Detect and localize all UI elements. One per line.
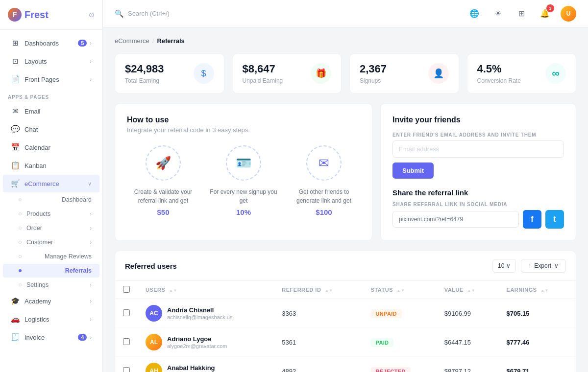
step-3: ✉ Get other friends to generate link and… — [288, 145, 360, 216]
gift-icon: 🎁 — [311, 63, 331, 84]
row-checkbox[interactable] — [123, 338, 130, 345]
breadcrumb-current: Referrals — [157, 37, 184, 45]
step-value: $50 — [157, 208, 169, 216]
subnav-dashboard[interactable]: Dashboard — [3, 193, 99, 207]
referred-id: 4892 — [274, 357, 363, 372]
status-badge: UNPAID — [371, 309, 402, 318]
chevron-right-icon: › — [90, 40, 92, 46]
subnav-referrals[interactable]: Referrals — [3, 264, 99, 278]
search-box[interactable]: 🔍 Search (Ctrl+/) — [115, 9, 170, 18]
sidebar-item-chat[interactable]: 💬 Chat — [3, 120, 99, 138]
email-input[interactable] — [392, 140, 564, 158]
theme-icon[interactable]: ☀ — [490, 6, 506, 22]
apps-icon[interactable]: ⊞ — [514, 6, 529, 22]
email-icon: ✉ — [11, 107, 20, 116]
facebook-button[interactable]: f — [523, 210, 541, 229]
step-icon-wrap: 🚀 — [146, 145, 181, 181]
select-all-checkbox[interactable] — [123, 286, 130, 293]
how-to-subtitle: Integrate your referral code in 3 easy s… — [127, 126, 360, 134]
stat-conversion-rate: 4.5% Conversion Rate ∞ — [467, 53, 577, 93]
row-checkbox[interactable] — [123, 367, 130, 372]
twitter-button[interactable]: t — [545, 210, 564, 229]
topbar: 🔍 Search (Ctrl+/) 🌐 ☀ ⊞ 🔔 3 U — [103, 0, 588, 27]
chevron-right-icon: › — [90, 316, 92, 322]
logo-icon: F — [8, 8, 22, 22]
user-email: alygoe2m@gravatar.com — [167, 343, 227, 349]
breadcrumb-separator: / — [152, 37, 154, 45]
middle-row: How to use Integrate your referral code … — [115, 103, 576, 241]
subnav-settings[interactable]: Settings › — [3, 278, 99, 292]
subnav-order[interactable]: Order › — [3, 221, 99, 235]
sidebar-item-academy[interactable]: 🎓 Academy › — [3, 292, 99, 310]
sidebar-item-layouts[interactable]: ⊡ Layouts › — [3, 52, 99, 70]
step-desc: Create & validate your referral link and… — [127, 187, 199, 205]
stat-label: Signups — [360, 77, 387, 84]
user-name: Adriano Lygoe — [167, 335, 227, 343]
table-row: AC Andria Chisnell achisnellq@imageshack… — [115, 299, 576, 328]
user-name: Andria Chisnell — [167, 306, 232, 314]
stat-label: Conversion Rate — [477, 77, 521, 84]
sort-icon: ▲▼ — [397, 288, 405, 293]
share-link-input[interactable] — [392, 211, 519, 228]
dot-icon — [19, 255, 22, 258]
sort-icon: ▲▼ — [325, 288, 333, 293]
referred-users-table: Referred users 10 ∨ ↑ Export ∨ — [115, 251, 576, 372]
stat-signups: 2,367 Signups 👤 — [349, 53, 459, 93]
value-cell: $6447.15 — [437, 328, 499, 357]
stat-value: $24,983 — [125, 63, 164, 75]
chevron-right-icon: › — [90, 334, 92, 340]
sidebar-main-nav: ⊞ Dashboards 5 › ⊡ Layouts › 📄 Front Pag… — [0, 30, 102, 350]
subnav-products[interactable]: Products › — [3, 207, 99, 221]
export-button[interactable]: ↑ Export ∨ — [521, 259, 566, 273]
row-checkbox[interactable] — [123, 309, 130, 316]
step-1: 🚀 Create & validate your referral link a… — [127, 145, 199, 216]
breadcrumb-parent[interactable]: eCommerce — [115, 37, 149, 45]
dollar-icon: $ — [194, 63, 214, 84]
dot-active-icon — [19, 269, 22, 272]
id-card-icon: 🪪 — [236, 156, 251, 171]
step-2: 🪪 For every new signup you get 10% — [207, 145, 280, 216]
subnav-customer[interactable]: Customer › — [3, 235, 99, 249]
page-icon: 📄 — [11, 75, 20, 84]
user-cell: AH Anabal Hakking ahakkingd@paginegiale.… — [146, 363, 266, 372]
export-icon: ↑ — [528, 262, 531, 269]
section-label-apps: APPS & PAGES — [0, 89, 102, 102]
col-referred-id: REFERRED ID ▲▼ — [274, 281, 363, 299]
sidebar-item-front-pages[interactable]: 📄 Front Pages › — [3, 70, 99, 88]
chevron-right-icon: › — [90, 76, 92, 82]
chevron-down-icon: ∨ — [554, 262, 559, 269]
sidebar-item-calendar[interactable]: 📅 Calendar — [3, 139, 99, 156]
how-to-card: How to use Integrate your referral code … — [115, 103, 372, 241]
referred-id: 5361 — [274, 328, 363, 357]
dot-icon — [19, 212, 22, 215]
dot-icon — [19, 283, 22, 286]
status-badge: PAID — [371, 338, 394, 347]
referrals-table: USERS ▲▼ REFERRED ID ▲▼ STATUS ▲▼ VALU — [115, 281, 576, 372]
invoice-icon: 🧾 — [11, 333, 20, 342]
page-size-select[interactable]: 10 ∨ — [492, 259, 516, 273]
chevron-right-icon: › — [90, 239, 92, 245]
sidebar-item-dashboards[interactable]: ⊞ Dashboards 5 › — [3, 34, 99, 52]
globe-icon[interactable]: 🌐 — [466, 6, 482, 22]
chevron-down-icon: ∨ — [506, 262, 511, 269]
sidebar-item-invoice[interactable]: 🧾 Invoice 4 › — [3, 328, 99, 346]
pin-icon[interactable]: ⊙ — [89, 11, 95, 19]
main-content: 🔍 Search (Ctrl+/) 🌐 ☀ ⊞ 🔔 3 U eCommerce … — [103, 0, 588, 372]
avatar[interactable]: U — [561, 6, 576, 22]
earnings-cell: $777.46 — [499, 328, 576, 357]
col-value: VALUE ▲▼ — [437, 281, 499, 299]
col-status: STATUS ▲▼ — [363, 281, 437, 299]
submit-button[interactable]: Submit — [392, 163, 434, 179]
table-row: AL Adriano Lygoe alygoe2m@gravatar.com 5… — [115, 328, 576, 357]
chat-icon: 💬 — [11, 125, 20, 134]
chevron-right-icon: › — [90, 211, 92, 217]
sidebar-item-kanban[interactable]: 📋 Kanban — [3, 157, 99, 174]
subnav-manage-reviews[interactable]: Manage Reviews — [3, 250, 99, 263]
cart-icon: 🛒 — [11, 179, 20, 188]
notification-bell[interactable]: 🔔 3 — [537, 6, 553, 22]
sidebar-item-ecommerce[interactable]: 🛒 eCommerce ∨ — [3, 175, 99, 192]
sidebar-item-email[interactable]: ✉ Email — [3, 102, 99, 120]
invite-card: Invite your friends ENTER FRIEND'S EMAIL… — [380, 103, 576, 241]
chevron-right-icon: › — [90, 298, 92, 304]
sidebar-item-logistics[interactable]: 🚗 Logistics › — [3, 310, 99, 328]
